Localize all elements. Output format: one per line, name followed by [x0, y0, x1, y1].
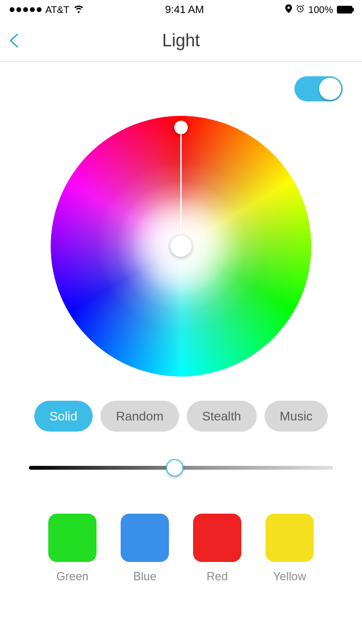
carrier-label: AT&T [45, 4, 70, 15]
toggle-container [0, 62, 362, 106]
swatch-label-yellow: Yellow [273, 570, 306, 583]
battery-percentage: 100% [308, 4, 333, 15]
alarm-icon [296, 4, 305, 15]
location-icon [285, 4, 292, 15]
wheel-center[interactable] [170, 236, 192, 257]
status-left: AT&T [10, 4, 84, 15]
battery-icon [337, 6, 352, 14]
mode-buttons: Solid Random Stealth Music [0, 386, 362, 446]
mode-stealth-button[interactable]: Stealth [187, 401, 257, 432]
status-right: 100% [285, 4, 352, 15]
signal-dot-5 [37, 7, 42, 12]
swatch-red[interactable] [193, 514, 241, 562]
slider-thumb[interactable] [166, 459, 183, 476]
battery-fill [338, 7, 351, 13]
nav-bar: Light [0, 19, 362, 62]
swatch-item-green: Green [48, 514, 97, 583]
back-button[interactable] [10, 33, 18, 48]
swatch-item-red: Red [193, 514, 241, 583]
signal-dot-1 [10, 7, 14, 12]
brightness-slider[interactable] [29, 456, 333, 480]
signal-dots [10, 7, 42, 12]
wheel-handle[interactable] [174, 121, 188, 134]
swatch-label-green: Green [56, 570, 89, 583]
status-bar: AT&T 9:41 AM 100% [0, 0, 362, 19]
wifi-icon [73, 4, 84, 15]
slider-container [0, 446, 362, 499]
page-title: Light [162, 30, 200, 51]
swatch-blue[interactable] [121, 514, 169, 562]
slider-track [29, 466, 333, 470]
status-time: 9:41 AM [165, 3, 204, 16]
color-wheel-wrapper[interactable] [51, 116, 311, 377]
mode-random-button[interactable]: Random [100, 401, 179, 432]
mode-music-button[interactable]: Music [265, 401, 328, 432]
color-wheel-container [0, 106, 362, 386]
swatch-yellow[interactable] [265, 514, 314, 562]
power-toggle[interactable] [294, 76, 343, 101]
toggle-knob [319, 78, 341, 100]
color-swatches: Green Blue Red Yellow [0, 499, 362, 593]
signal-dot-3 [23, 7, 28, 12]
signal-dot-2 [16, 7, 21, 12]
swatch-item-yellow: Yellow [265, 514, 314, 583]
swatch-label-blue: Blue [133, 570, 156, 583]
signal-dot-4 [30, 7, 35, 12]
swatch-item-blue: Blue [121, 514, 169, 583]
wheel-line [181, 134, 182, 244]
swatch-green[interactable] [48, 514, 97, 562]
swatch-label-red: Red [207, 570, 228, 583]
mode-solid-button[interactable]: Solid [34, 401, 93, 432]
